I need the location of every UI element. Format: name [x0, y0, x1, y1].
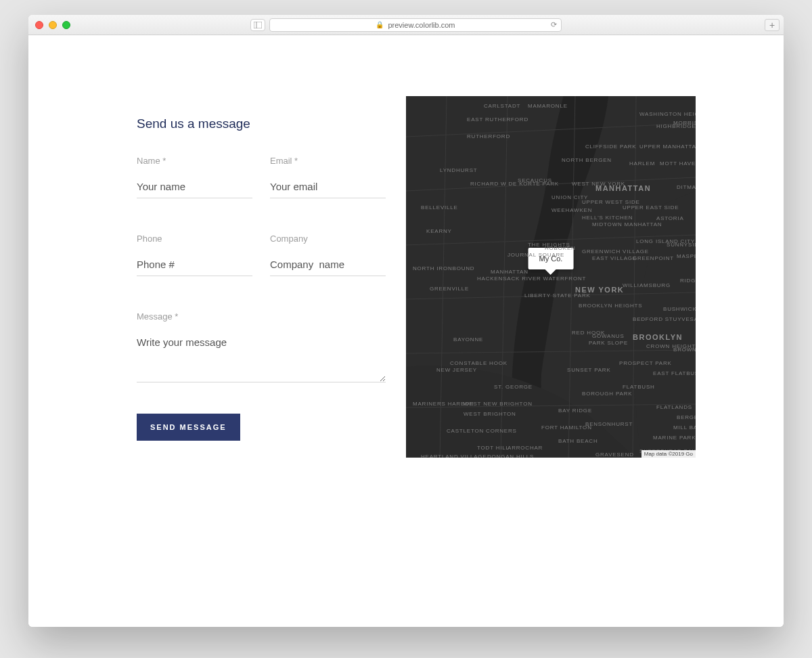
minimize-window-button[interactable]	[49, 21, 57, 29]
map-area-label: East Rutherford	[467, 116, 528, 123]
window-controls	[35, 21, 70, 29]
field-company: Company	[270, 234, 386, 276]
contact-card: Send us a message Name * Email * Phone	[116, 96, 696, 458]
map-area-label: BERGEN BEACH	[677, 414, 696, 420]
map-area-label: ASTORIA	[656, 215, 684, 221]
lock-icon: 🔒	[376, 21, 384, 28]
map-area-label: MORRISANIA	[673, 120, 696, 126]
new-tab-button[interactable]: +	[765, 19, 780, 31]
map-area-label: SUNNYSIDE	[667, 242, 696, 248]
map-area-label: UPPER WEST SIDE	[582, 199, 640, 205]
map-area-label: GOWANUS	[592, 333, 625, 339]
message-textarea[interactable]	[137, 334, 386, 382]
map-area-label: Rutherford	[467, 133, 510, 139]
map-area-label: West New Brighton	[464, 401, 533, 407]
map-area-label: BROOKLYN HEIGHTS	[579, 303, 642, 309]
map-area-label: GREENWICH VILLAGE	[582, 248, 649, 255]
map-area-label: ARROCHAR	[508, 445, 543, 451]
map[interactable]: My Co. MANHATTANBROOKLYNNew YorkNorth Be…	[406, 96, 696, 458]
map-area-label: GRAVESEND	[595, 452, 634, 458]
map-area-label: TODT HILL	[477, 445, 510, 451]
field-phone: Phone	[137, 234, 252, 276]
map-area-label: UPPER EAST SIDE	[623, 204, 679, 211]
field-email: Email *	[270, 156, 386, 198]
map-area-label: SUNSET PARK	[567, 367, 611, 373]
map-area-label: GREENVILLE	[430, 286, 469, 292]
label-message: Message *	[137, 311, 386, 322]
map-area-label: DITMARS STEINWAY	[677, 184, 696, 190]
map-area-label: BEDFORD STUYVESANT	[633, 316, 696, 322]
map-area-label: Hoboken	[545, 245, 576, 251]
map-area-label: Lyndhurst	[440, 167, 478, 173]
map-area-label: WILLIAMSBURG	[623, 282, 671, 288]
map-area-label: Liberty State Park	[524, 292, 591, 299]
map-area-label: MANHATTAN	[491, 269, 528, 275]
map-area-label: BENSONHURST	[585, 421, 633, 427]
map-area-label: MASPETH	[677, 253, 696, 259]
map-area-label: North Bergen	[562, 157, 612, 163]
map-area-label: BOROUGH PARK	[582, 391, 632, 397]
map-area-label: BATH BEACH	[558, 438, 598, 444]
map-area-label: Belleville	[421, 204, 458, 211]
map-area-label: Prospect Park	[619, 360, 672, 366]
map-area-label: EAST VILLAGE	[592, 255, 637, 261]
map-area-label: EAST FLATBUSH	[653, 370, 696, 376]
map-area-label: UPPER MANHATTAN	[639, 144, 696, 150]
map-area-label: NEW JERSEY	[436, 367, 477, 373]
map-area-label: HEARTLAND VILLAGE	[421, 454, 487, 458]
field-message: Message *	[137, 311, 386, 385]
name-input[interactable]	[137, 178, 252, 198]
map-area-label: BUSHWICK	[663, 306, 696, 312]
map-area-label: Richard W De Korte Park	[470, 181, 559, 187]
form-title: Send us a message	[137, 116, 386, 131]
phone-input[interactable]	[137, 256, 252, 276]
map-attribution: Map data ©2019 Go	[641, 450, 696, 458]
browser-window: 🔒 preview.colorlib.com ⟳ + Send us a mes…	[28, 15, 784, 627]
field-name: Name *	[137, 156, 252, 198]
map-area-label: HELL'S KITCHEN	[582, 215, 633, 221]
map-area-label: PARK SLOPE	[589, 340, 628, 346]
map-area-label: FORT HAMILTON	[541, 424, 592, 431]
map-area-label: Marine Park	[653, 435, 696, 441]
reload-icon[interactable]: ⟳	[551, 20, 557, 29]
email-input[interactable]	[270, 178, 386, 198]
map-area-label: Mamaronle	[528, 103, 568, 109]
zoom-window-button[interactable]	[62, 21, 70, 29]
map-area-label: WEST BRIGHTON	[464, 411, 516, 417]
map-area-label: Cliffside Park	[585, 144, 637, 150]
label-company: Company	[270, 234, 386, 244]
map-area-label: DONGAN HILLS	[487, 454, 534, 458]
map-area-label: FLATBUSH	[623, 384, 655, 390]
map-area-label: Kearny	[426, 228, 452, 234]
contact-form: Send us a message Name * Email * Phone	[116, 96, 406, 458]
map-area-label: BROOKLYN	[633, 333, 683, 341]
map-area-label: ST. GEORGE	[494, 384, 533, 390]
send-message-button[interactable]: SEND MESSAGE	[137, 414, 240, 441]
map-area-label: MIDTOWN MANHATTAN	[592, 221, 662, 227]
sidebar-toggle-button[interactable]	[250, 19, 265, 31]
map-area-label: CASTLETON CORNERS	[447, 428, 517, 434]
map-area-label: MILL BASIN	[673, 424, 696, 431]
map-area-label: WASHINGTON HEIGHTS	[639, 111, 696, 117]
address-bar[interactable]: 🔒 preview.colorlib.com ⟳	[269, 18, 562, 32]
map-area-label: HARLEM	[629, 160, 655, 167]
map-area-label: Carlstadt	[484, 103, 520, 109]
url-text: preview.colorlib.com	[388, 21, 455, 29]
browser-titlebar: 🔒 preview.colorlib.com ⟳ +	[28, 15, 784, 35]
map-area-label: NORTH IRONBOUND	[413, 265, 474, 271]
close-window-button[interactable]	[35, 21, 43, 29]
map-area-label: GREENPOINT	[633, 255, 674, 261]
map-area-label: BAY RIDGE	[558, 408, 592, 414]
address-bar-group: 🔒 preview.colorlib.com ⟳	[250, 18, 562, 32]
map-area-label: West New York	[572, 181, 625, 187]
map-area-label: FLATLANDS	[656, 404, 692, 410]
map-area-label: JOURNAL SQUARE	[508, 252, 564, 258]
map-area-label: MOTT HAVEN	[660, 160, 696, 167]
svg-rect-0	[254, 22, 262, 28]
page-viewport: Send us a message Name * Email * Phone	[28, 35, 784, 627]
label-name: Name *	[137, 156, 252, 166]
company-input[interactable]	[270, 256, 386, 276]
label-email: Email *	[270, 156, 386, 166]
map-area-label: CONSTABLE HOOK	[450, 360, 508, 366]
map-area-label: Bayonne	[453, 336, 483, 343]
